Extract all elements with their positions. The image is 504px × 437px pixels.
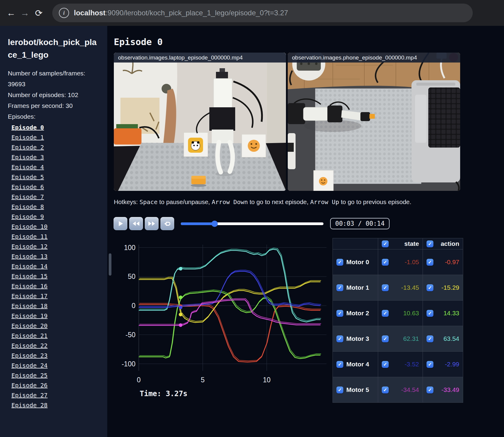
motor-row-1: Motor 1-13.45-15.29 (333, 275, 463, 300)
table-header-empty (333, 238, 378, 249)
episode-link-27[interactable]: Episode 27 (11, 390, 107, 400)
laptop-video-caption: observation.images.laptop_episode_000000… (114, 53, 286, 63)
forward-icon[interactable]: → (18, 8, 32, 18)
episode-link-8[interactable]: Episode 8 (11, 202, 107, 212)
motor-3-action-checkbox[interactable] (427, 335, 433, 342)
table-header-row: state action (333, 238, 463, 249)
episode-link-2[interactable]: Episode 2 (11, 142, 107, 152)
motor-name: Motor 2 (346, 310, 369, 317)
episode-link-19[interactable]: Episode 19 (11, 311, 107, 321)
site-info-icon[interactable]: i (59, 8, 69, 18)
dataset-stats: Number of samples/frames: 39693 Number o… (0, 68, 107, 122)
motor-4-action-checkbox[interactable] (427, 361, 433, 368)
episode-link-17[interactable]: Episode 17 (11, 291, 107, 301)
action-column-checkbox[interactable] (427, 240, 433, 247)
episode-link-6[interactable]: Episode 6 (11, 182, 107, 192)
motors-chart[interactable]: 100500-50-1000510Time: 3.27s (116, 236, 332, 405)
hotkeys-text-3: to go to previous episode. (339, 198, 411, 205)
episode-link-28[interactable]: Episode 28 (11, 400, 107, 410)
episode-link-12[interactable]: Episode 12 (11, 242, 107, 252)
hotkeys-text-2: to go to next episode, (248, 198, 310, 205)
url-path: :9090/lerobot/koch_pick_place_1_lego/epi… (105, 9, 288, 17)
motor-5-checkbox[interactable] (336, 387, 343, 393)
rewind-button[interactable] (129, 217, 143, 230)
phone-video-panel: observation.images.phone_episode_000000.… (288, 53, 460, 191)
play-button[interactable] (114, 217, 127, 230)
episode-link-14[interactable]: Episode 14 (11, 261, 107, 271)
motor-2-checkbox[interactable] (336, 310, 343, 317)
stat-samples: Number of samples/frames: 39693 (8, 68, 100, 90)
episode-link-4[interactable]: Episode 4 (11, 162, 107, 172)
episode-link-23[interactable]: Episode 23 (11, 351, 107, 361)
cursor-dot-1 (179, 313, 182, 316)
phone-video (288, 53, 460, 191)
motor-name: Motor 5 (346, 386, 369, 393)
reload-icon[interactable]: ⟳ (32, 8, 46, 18)
video-progress-slider[interactable] (181, 220, 323, 228)
motor-action-value: -2.99 (433, 361, 459, 368)
y-tick-label: -50 (126, 331, 135, 339)
motor-row-5: Motor 5-34.54-33.49 (333, 377, 463, 402)
loop-icon (164, 220, 171, 227)
motor-5-state-checkbox[interactable] (382, 387, 389, 393)
motor-state-value: 62.31 (389, 335, 419, 342)
episode-link-25[interactable]: Episode 25 (11, 371, 107, 380)
motor-3-state-checkbox[interactable] (382, 335, 389, 342)
motor-state-value: -3.52 (389, 361, 419, 368)
episode-link-16[interactable]: Episode 16 (11, 281, 107, 291)
episode-link-7[interactable]: Episode 7 (11, 192, 107, 202)
episode-link-21[interactable]: Episode 21 (11, 331, 107, 341)
loop-button[interactable] (160, 217, 174, 230)
motor-1-action-checkbox[interactable] (427, 284, 433, 291)
motor-action-value: 63.54 (433, 335, 459, 342)
episode-link-15[interactable]: Episode 15 (11, 271, 107, 281)
motor-2-state-checkbox[interactable] (382, 310, 389, 317)
motor-state-value: -13.45 (389, 284, 419, 291)
motor-2-action-checkbox[interactable] (427, 310, 433, 317)
back-icon[interactable]: ← (4, 8, 18, 18)
series-state-3 (139, 248, 321, 321)
motor-0-checkbox[interactable] (336, 259, 343, 266)
hotkeys-text-1: to pause/unpause, (158, 198, 212, 205)
rewind-icon (132, 220, 140, 227)
episode-link-26[interactable]: Episode 26 (11, 380, 107, 390)
episode-link-0[interactable]: Episode 0 (11, 123, 107, 133)
motor-4-state-checkbox[interactable] (382, 361, 389, 368)
x-tick-label: 0 (137, 376, 141, 384)
motor-4-checkbox[interactable] (336, 361, 343, 368)
motor-0-state-checkbox[interactable] (382, 259, 389, 266)
episode-link-9[interactable]: Episode 9 (11, 212, 107, 222)
motor-0-action-checkbox[interactable] (427, 259, 433, 266)
motor-action-value: 14.33 (433, 310, 459, 317)
series-action-3 (139, 249, 320, 322)
episode-link-13[interactable]: Episode 13 (11, 252, 107, 261)
episode-link-20[interactable]: Episode 20 (11, 321, 107, 331)
motor-1-checkbox[interactable] (336, 284, 343, 291)
y-tick-label: 100 (124, 244, 135, 252)
episode-link-22[interactable]: Episode 22 (11, 341, 107, 351)
address-bar[interactable]: i localhost:9090/lerobot/koch_pick_place… (52, 4, 473, 22)
motor-5-action-checkbox[interactable] (427, 387, 433, 393)
motor-state-value: -1.05 (389, 258, 419, 266)
slider-fill (181, 222, 214, 225)
slider-thumb[interactable] (211, 221, 218, 227)
motor-3-checkbox[interactable] (336, 335, 343, 342)
episode-link-5[interactable]: Episode 5 (11, 172, 107, 182)
motor-name: Motor 4 (346, 361, 369, 368)
motors-table: state action Motor 0-1.05-0.97Motor 1-13… (332, 238, 463, 403)
sidebar: lerobot/koch_pick_place_1_lego Number of… (0, 26, 107, 437)
play-icon (117, 220, 124, 227)
episode-link-24[interactable]: Episode 24 (11, 361, 107, 371)
slider-track[interactable] (181, 222, 323, 225)
episode-link-18[interactable]: Episode 18 (11, 301, 107, 311)
episode-link-10[interactable]: Episode 10 (11, 222, 107, 232)
episode-link-3[interactable]: Episode 3 (11, 152, 107, 162)
state-column-checkbox[interactable] (382, 240, 389, 247)
table-header-state: state (378, 238, 423, 249)
fast-forward-button[interactable] (145, 217, 159, 230)
scrollbar-thumb[interactable] (109, 253, 111, 276)
episode-link-1[interactable]: Episode 1 (11, 133, 107, 142)
episode-link-11[interactable]: Episode 11 (11, 232, 107, 242)
motor-1-state-checkbox[interactable] (382, 284, 389, 291)
motor-action-value: -15.29 (433, 284, 459, 291)
